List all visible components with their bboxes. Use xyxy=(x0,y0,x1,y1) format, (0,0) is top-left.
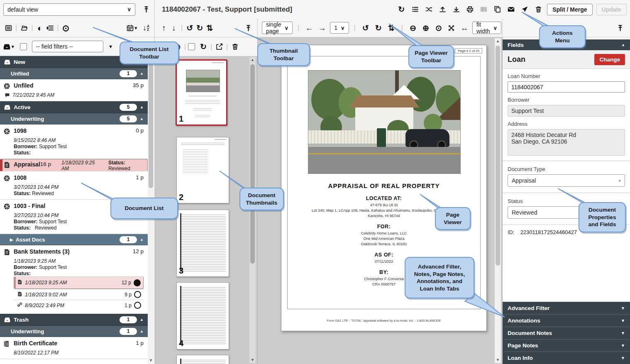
sort-az-icon[interactable]: ↓ AZ xyxy=(141,22,151,34)
change-button[interactable]: Change xyxy=(594,54,625,65)
document-row-appraisal-selected[interactable]: Appraisal 16 p 1/18/2023 9:25 AM Status:… xyxy=(0,159,148,171)
rotate-ccw-icon[interactable]: ↺ xyxy=(185,22,195,34)
version-radio[interactable] xyxy=(134,291,141,298)
expand-icon[interactable]: ▶ xyxy=(10,237,13,242)
flip-vertical-icon[interactable]: ⇅ xyxy=(386,22,396,34)
collapse-icon[interactable]: ▲ xyxy=(621,43,625,47)
pin-icon[interactable] xyxy=(243,22,253,34)
export-icon[interactable] xyxy=(214,41,224,53)
fit-select[interactable]: fit width ∨ xyxy=(472,22,501,34)
list-view-icon[interactable] xyxy=(410,4,420,15)
count-badge: 1 xyxy=(120,70,137,77)
scroll-down-icon[interactable]: ▼ xyxy=(495,357,501,363)
thumbnail-page-4[interactable]: 4 xyxy=(176,282,229,349)
document-row-unfiled[interactable]: Unfiled 35 p 7/21/2022 9:45 AM xyxy=(0,79,148,101)
view-select[interactable]: default view ∨ xyxy=(3,3,135,16)
rotate-cw-icon[interactable]: ↻ xyxy=(195,22,205,34)
subsection-header-underwriting[interactable]: Underwriting 5 ▲ xyxy=(0,113,148,125)
inbox-filter-icon[interactable]: ▾ xyxy=(3,41,14,52)
field-filters-select[interactable]: -- field filters -- xyxy=(32,41,103,52)
refresh-icon[interactable]: ↻ xyxy=(198,41,208,53)
scroll-down-icon[interactable]: ▼ xyxy=(148,357,154,364)
sort-az-letters: AZ xyxy=(147,24,149,32)
move-down-icon[interactable]: ↓ xyxy=(169,22,179,34)
subsection-header-underwriting-trash[interactable]: Underwriting 1 ▲ xyxy=(0,326,148,337)
field-filters-caret-icon[interactable]: ▾ xyxy=(106,41,116,52)
version-radio[interactable] xyxy=(134,302,141,309)
select-all-checkbox[interactable] xyxy=(20,43,27,50)
scroll-up-icon[interactable]: ▲ xyxy=(249,57,256,63)
loan-number-input[interactable] xyxy=(508,81,625,93)
tab-advanced-filter[interactable]: Advanced Filter ▼ xyxy=(503,302,630,314)
upload-icon[interactable] xyxy=(437,4,447,15)
shuffle-icon[interactable] xyxy=(424,4,434,15)
target-icon[interactable]: ⊙ xyxy=(61,22,71,34)
collapse-icon[interactable]: ▲ xyxy=(140,105,144,109)
version-row[interactable]: 1/18/2023 9:02 AM 9 p xyxy=(14,289,144,300)
document-type-select[interactable]: Appraisal ▾ xyxy=(508,174,625,187)
tab-annotations[interactable]: Annotations ▼ xyxy=(503,314,630,327)
rotate-ccw-icon[interactable]: ↺ xyxy=(361,22,371,34)
calendar-icon[interactable]: ▾ xyxy=(127,22,137,34)
update-button[interactable]: Update xyxy=(596,4,627,15)
barcode-icon[interactable] xyxy=(479,4,488,15)
print-icon[interactable] xyxy=(465,4,475,15)
download-icon[interactable] xyxy=(451,4,461,15)
contrast-toggle-icon[interactable]: ◐ xyxy=(35,22,45,34)
tab-loan-info[interactable]: Loan Info ▼ xyxy=(503,352,630,364)
folder-open-icon[interactable] xyxy=(19,22,29,34)
tab-document-notes[interactable]: Document Notes ▼ xyxy=(503,327,630,339)
target-icon[interactable]: ⊙ xyxy=(434,22,444,34)
version-row-linked[interactable]: 8/9/2022 3:49 PM 1 p xyxy=(14,300,144,310)
thumbnail-page-1[interactable]: 1 xyxy=(176,59,227,126)
thumb-checkbox[interactable] xyxy=(188,43,195,50)
send-icon[interactable] xyxy=(520,4,530,15)
tab-page-notes[interactable]: Page Notes ▼ xyxy=(503,339,630,352)
move-up-icon[interactable]: ↑ xyxy=(159,22,169,34)
document-row-bank-statements[interactable]: Bank Statements (3) 12 p 1/18/2023 9:25 … xyxy=(0,245,148,311)
viewer-scrollbar[interactable]: ▲ ▼ xyxy=(495,38,501,363)
reorder-icon[interactable]: ⇅ xyxy=(205,22,215,34)
document-row-1098[interactable]: 1098 0 p 9/15/2022 8:46 AM Borrower: Sup… xyxy=(0,125,148,159)
fullscreen-icon[interactable] xyxy=(447,22,457,34)
collapse-icon[interactable]: ▲ xyxy=(140,237,144,242)
version-row-selected[interactable]: 1/18/2023 9:25 AM 12 p xyxy=(14,276,144,289)
pin-icon[interactable] xyxy=(615,22,625,34)
page-number-select[interactable]: 1 ∨ xyxy=(330,22,349,34)
refresh-icon[interactable]: ↻ xyxy=(396,4,406,15)
split-merge-button[interactable]: Split / Merge xyxy=(547,4,592,15)
version-radio-selected[interactable] xyxy=(134,279,141,286)
scrollbar-thumb[interactable] xyxy=(496,46,500,266)
zoom-out-icon[interactable]: ⊖ xyxy=(408,22,418,34)
scrollbar-thumb[interactable] xyxy=(149,64,153,188)
collapse-icon[interactable]: ▲ xyxy=(140,117,144,121)
rotate-cw-icon[interactable]: ↻ xyxy=(374,22,383,34)
subsection-header-unfiled[interactable]: Unfiled 1 ▲ xyxy=(0,68,148,79)
indent-list-icon[interactable] xyxy=(45,22,55,34)
card-view-icon[interactable] xyxy=(3,22,13,34)
document-row-1008[interactable]: 1008 1 p 3/27/2023 10:44 PM Status: Revi… xyxy=(0,171,148,200)
scrollbar-thumb[interactable] xyxy=(250,64,255,264)
collapse-icon[interactable]: ▲ xyxy=(140,71,144,76)
zoom-in-icon[interactable]: ⊕ xyxy=(421,22,431,34)
scroll-down-icon[interactable]: ▼ xyxy=(249,357,256,363)
view-mode-select[interactable]: single page ∨ xyxy=(262,22,293,34)
scroll-up-icon[interactable]: ▲ xyxy=(495,38,501,44)
pin-icon[interactable] xyxy=(141,4,151,15)
thumbnail-page-3[interactable]: 3 xyxy=(176,210,229,277)
email-icon[interactable] xyxy=(506,4,516,15)
document-row-birth-certificate[interactable]: Birth Certificate 1 p 8/10/2022 12:17 PM xyxy=(0,337,148,359)
subsection-header-asset-docs[interactable]: ▶ Asset Docs 1 ▲ xyxy=(0,234,148,245)
thumbnail-page-2[interactable]: 2 xyxy=(176,137,229,203)
trash-icon[interactable] xyxy=(230,41,240,53)
copy-pages-icon[interactable] xyxy=(492,4,502,15)
section-header-active[interactable]: Active 5 ▲ xyxy=(0,101,148,113)
next-page-icon[interactable]: → xyxy=(317,22,327,34)
prev-page-icon[interactable]: ← xyxy=(304,22,314,34)
collapse-icon[interactable]: ▲ xyxy=(140,329,144,333)
collapse-icon[interactable]: ▲ xyxy=(140,318,144,322)
trash-icon[interactable] xyxy=(533,4,543,15)
fit-horizontal-icon[interactable]: ↔ xyxy=(459,22,469,34)
section-header-trash[interactable]: Trash 1 ▲ xyxy=(0,314,148,326)
thumbnail-page-5[interactable] xyxy=(176,355,229,364)
